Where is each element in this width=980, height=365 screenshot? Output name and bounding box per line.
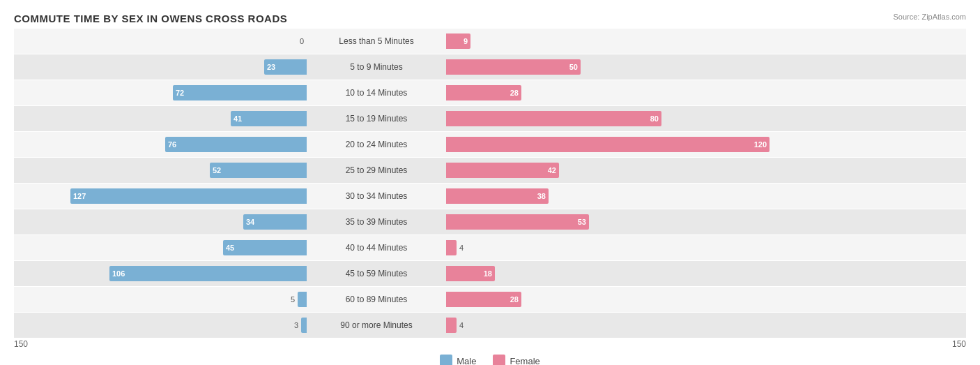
row-label: 20 to 24 Minutes [307, 140, 446, 149]
bar-female: 38 [446, 188, 549, 204]
male-value: 127 [73, 192, 86, 200]
chart-title: COMMUTE TIME BY SEX IN OWENS CROSS ROADS [14, 13, 966, 24]
male-value: 45 [226, 244, 234, 252]
left-section: 5 [14, 287, 307, 312]
female-value: 38 [537, 192, 546, 200]
right-section: 4 [446, 235, 892, 260]
bar-female: 50 [446, 59, 581, 75]
right-section: 28 [446, 287, 892, 312]
left-section: 127 [14, 184, 307, 209]
male-value: 41 [233, 114, 242, 123]
bar-male: 52 [210, 163, 307, 178]
axis-labels: 150 150 [14, 339, 966, 349]
source-text: Source: ZipAtlas.com [893, 13, 966, 21]
legend-female-box [493, 355, 505, 365]
left-section: 3 [14, 313, 307, 338]
left-section: 34 [14, 209, 307, 234]
bar-female: 28 [446, 292, 521, 307]
bar-row: 106 45 to 59 Minutes 18 [14, 261, 966, 286]
bar-female: 53 [446, 214, 589, 230]
male-value: 76 [168, 140, 176, 149]
female-value: 18 [484, 269, 492, 278]
bars-area: 0 Less than 5 Minutes 9 23 5 to 9 Minute… [14, 29, 966, 338]
bar-male: 3 [301, 318, 307, 333]
right-section: 4 [446, 313, 892, 338]
right-section: 80 [446, 106, 892, 131]
bar-row: 127 30 to 34 Minutes 38 [14, 184, 966, 209]
bar-row: 72 10 to 14 Minutes 28 [14, 80, 966, 105]
bar-row: 5 60 to 89 Minutes 28 [14, 287, 966, 312]
legend-male: Male [440, 355, 476, 365]
row-label: 40 to 44 Minutes [307, 243, 446, 253]
male-value: 34 [246, 218, 254, 226]
row-label: 25 to 29 Minutes [307, 165, 446, 175]
female-value: 80 [650, 114, 659, 123]
bar-row: 23 5 to 9 Minutes 50 [14, 54, 966, 80]
row-label: 90 or more Minutes [307, 320, 446, 330]
left-section: 52 [14, 158, 307, 183]
male-value: 52 [213, 166, 221, 174]
row-label: Less than 5 Minutes [307, 36, 446, 46]
male-value-zero: 0 [300, 37, 304, 45]
left-section: 72 [14, 80, 307, 105]
row-label: 5 to 9 Minutes [307, 62, 446, 72]
bar-male: 127 [70, 188, 307, 204]
bar-male: 23 [264, 59, 307, 75]
left-section: 41 [14, 106, 307, 131]
right-section: 50 [446, 54, 892, 80]
left-section: 0 [14, 29, 307, 54]
right-section: 18 [446, 261, 892, 286]
male-value: 5 [291, 295, 295, 304]
female-value: 28 [510, 295, 519, 304]
right-section: 53 [446, 209, 892, 234]
bar-row: 0 Less than 5 Minutes 9 [14, 29, 966, 54]
row-label: 35 to 39 Minutes [307, 217, 446, 227]
bar-female: 42 [446, 163, 559, 178]
bar-row: 52 25 to 29 Minutes 42 [14, 158, 966, 183]
bar-male: 106 [109, 266, 307, 281]
row-label: 10 to 14 Minutes [307, 88, 446, 98]
female-value: 120 [754, 140, 767, 149]
left-section: 23 [14, 54, 307, 80]
right-section: 28 [446, 80, 892, 105]
bar-female: 4 [446, 318, 457, 333]
legend-female-label: Female [510, 356, 539, 366]
left-section: 45 [14, 235, 307, 260]
bar-male: 45 [223, 240, 307, 255]
bar-row: 34 35 to 39 Minutes 53 [14, 209, 966, 234]
chart-container: COMMUTE TIME BY SEX IN OWENS CROSS ROADS… [0, 0, 980, 365]
female-value: 42 [548, 166, 556, 174]
right-section: 9 [446, 29, 892, 54]
bar-row: 3 90 or more Minutes 4 [14, 313, 966, 338]
row-label: 15 to 19 Minutes [307, 114, 446, 124]
left-section: 76 [14, 132, 307, 157]
female-value: 9 [464, 37, 468, 45]
axis-right: 150 [952, 339, 966, 349]
row-label: 45 to 59 Minutes [307, 269, 446, 278]
bar-male: 5 [298, 292, 307, 307]
male-value: 106 [112, 269, 125, 278]
bar-male: 72 [173, 85, 307, 100]
female-value: 50 [569, 63, 578, 71]
legend-male-label: Male [457, 356, 476, 366]
right-section: 38 [446, 184, 892, 209]
male-value: 3 [294, 321, 298, 329]
female-value: 4 [459, 244, 464, 252]
male-value: 23 [267, 63, 275, 71]
bar-row: 41 15 to 19 Minutes 80 [14, 106, 966, 131]
bar-female: 120 [446, 137, 770, 152]
bar-male: 34 [243, 214, 307, 230]
female-value: 28 [510, 89, 519, 97]
bar-female: 18 [446, 266, 495, 281]
female-value: 4 [459, 321, 464, 329]
right-section: 42 [446, 158, 892, 183]
left-section: 106 [14, 261, 307, 286]
bar-male: 76 [165, 137, 307, 152]
bar-female: 28 [446, 85, 521, 100]
bar-row: 76 20 to 24 Minutes 120 [14, 132, 966, 157]
male-value: 72 [176, 89, 184, 97]
legend-female: Female [493, 355, 539, 365]
row-label: 60 to 89 Minutes [307, 295, 446, 304]
legend: Male Female [14, 355, 966, 365]
legend-male-box [440, 355, 452, 365]
